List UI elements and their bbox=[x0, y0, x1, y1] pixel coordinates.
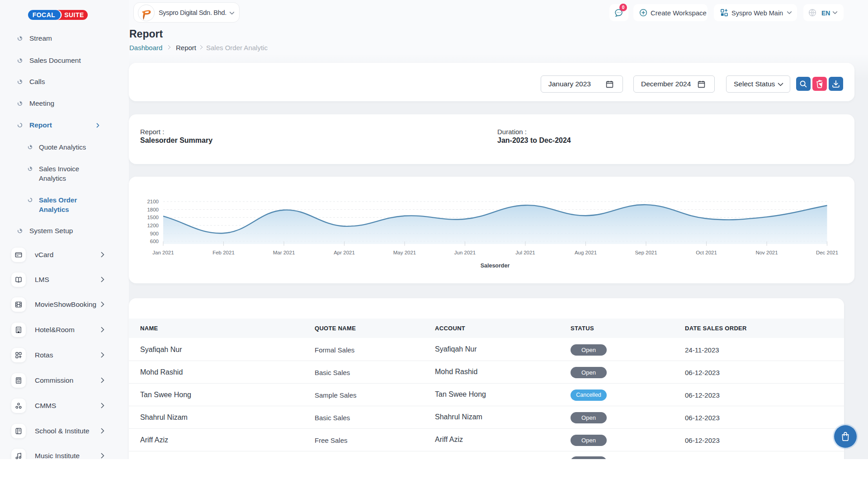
svg-text:Apr 2021: Apr 2021 bbox=[334, 250, 355, 255]
svg-text:Mar 2021: Mar 2021 bbox=[273, 250, 295, 255]
svg-text:Aug 2021: Aug 2021 bbox=[575, 250, 597, 255]
svg-text:900: 900 bbox=[150, 231, 159, 236]
svg-text:Oct 2021: Oct 2021 bbox=[696, 250, 717, 255]
svg-text:1800: 1800 bbox=[147, 207, 159, 212]
svg-text:Nov 2021: Nov 2021 bbox=[755, 250, 778, 255]
svg-text:Feb 2021: Feb 2021 bbox=[212, 250, 235, 255]
svg-text:2100: 2100 bbox=[147, 199, 159, 204]
svg-text:May 2021: May 2021 bbox=[393, 250, 416, 255]
svg-text:Sep 2021: Sep 2021 bbox=[635, 250, 657, 255]
svg-text:Dec 2021: Dec 2021 bbox=[816, 250, 838, 255]
svg-text:Jan 2021: Jan 2021 bbox=[152, 250, 174, 255]
svg-text:1500: 1500 bbox=[147, 215, 159, 220]
svg-text:Salesorder: Salesorder bbox=[481, 263, 510, 269]
svg-text:Jul 2021: Jul 2021 bbox=[515, 250, 535, 255]
svg-text:Jun 2021: Jun 2021 bbox=[454, 250, 476, 255]
svg-text:600: 600 bbox=[150, 239, 159, 244]
svg-text:1200: 1200 bbox=[147, 223, 159, 228]
